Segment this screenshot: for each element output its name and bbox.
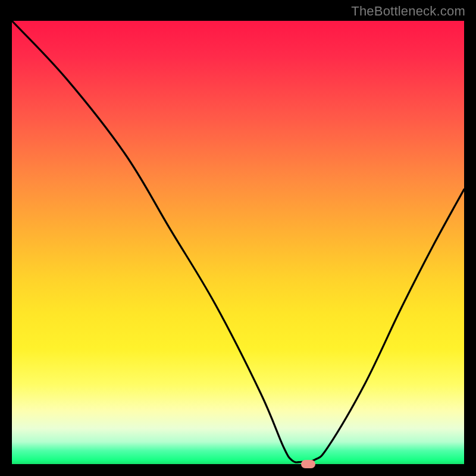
watermark-text: TheBottleneck.com xyxy=(351,4,465,19)
curve-svg xyxy=(12,21,464,464)
chart-frame: TheBottleneck.com xyxy=(0,0,476,476)
plot-area xyxy=(12,21,464,464)
min-marker xyxy=(301,460,315,468)
bottleneck-curve xyxy=(12,21,464,462)
